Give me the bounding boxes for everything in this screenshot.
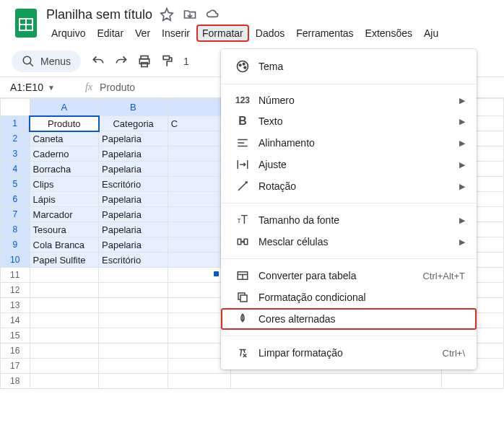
dd-label: Mesclar células (258, 236, 459, 248)
cell-B9[interactable]: Papelaria (99, 237, 168, 253)
cell-A7[interactable]: Marcador (30, 207, 98, 222)
redo-icon[interactable] (111, 51, 131, 71)
star-icon[interactable] (158, 6, 175, 23)
row-head[interactable]: 16 (1, 343, 30, 359)
row-head[interactable]: 3 (1, 146, 30, 162)
cell-B4[interactable]: Papelaria (99, 162, 168, 177)
dd-converter-tabela[interactable]: Converter para tabela Ctrl+Alt+T (221, 265, 477, 286)
dd-formatacao-condicional[interactable]: Formatação condicional (221, 286, 477, 308)
cell-B7[interactable]: Papelaria (99, 207, 168, 222)
print-icon[interactable] (134, 51, 155, 71)
menu-dados[interactable]: Dados (251, 25, 290, 42)
dd-ajuste[interactable]: Ajuste ▶ (221, 154, 477, 175)
menu-inserir[interactable]: Inserir (157, 25, 195, 42)
row-head[interactable]: 9 (1, 237, 30, 253)
svg-point-4 (23, 56, 31, 64)
menu-ajuda[interactable]: Aju (419, 25, 443, 42)
zoom-level[interactable]: 1 (181, 51, 192, 71)
menu-editar[interactable]: Editar (92, 25, 129, 42)
sheets-logo[interactable] (12, 9, 40, 38)
paint-format-icon[interactable] (157, 51, 178, 71)
menu-ferramentas[interactable]: Ferramentas (291, 25, 358, 42)
chevron-right-icon: ▶ (459, 237, 465, 247)
dd-tema[interactable]: Tema (221, 55, 477, 78)
row-head[interactable]: 13 (1, 298, 30, 313)
menu-bar: Arquivo Editar Ver Inserir Formatar Dado… (46, 25, 492, 42)
cell-A6[interactable]: Lápis (30, 192, 98, 207)
menu-arquivo[interactable]: Arquivo (46, 25, 90, 42)
cell-A5[interactable]: Clips (30, 177, 98, 192)
svg-rect-19 (238, 239, 241, 245)
number-icon: 123 (233, 95, 253, 105)
move-folder-icon[interactable] (181, 6, 199, 23)
row-head[interactable]: 4 (1, 162, 30, 177)
cell-B5[interactable]: Escritório (99, 177, 168, 192)
dd-cores-alternadas[interactable]: Cores alternadas (221, 308, 477, 330)
dd-texto[interactable]: B Texto ▶ (221, 110, 477, 132)
dd-limpar-formatacao[interactable]: Limpar formatação Ctrl+\ (221, 342, 477, 364)
row-head[interactable]: 14 (1, 313, 30, 328)
col-head-A[interactable]: A (30, 99, 98, 116)
cell-A2[interactable]: Caneta (30, 131, 98, 146)
select-all-corner[interactable] (1, 99, 30, 116)
cell-B8[interactable]: Papelaria (99, 222, 168, 237)
chevron-right-icon: ▶ (459, 96, 465, 105)
svg-rect-20 (244, 239, 248, 245)
cell-A9[interactable]: Cola Branca (30, 237, 98, 253)
dd-rotacao[interactable]: Rotação ▶ (221, 175, 477, 197)
menu-formatar[interactable]: Formatar (196, 25, 249, 42)
dd-separator (221, 258, 477, 259)
selection-handle[interactable] (214, 271, 219, 276)
format-dropdown: Tema 123 Número ▶ B Texto ▶ Alinhamento … (221, 49, 477, 369)
row-head[interactable]: 15 (1, 328, 30, 343)
cell-A3[interactable]: Caderno (30, 146, 98, 162)
dd-label: Formatação condicional (258, 292, 465, 303)
row-head[interactable]: 18 (1, 374, 30, 389)
dd-separator (221, 84, 477, 84)
menu-ver[interactable]: Ver (130, 25, 155, 42)
cell-B10[interactable]: Escritório (99, 253, 168, 268)
row-head[interactable]: 2 (1, 131, 30, 146)
col-head-B[interactable]: B (99, 99, 168, 116)
dd-numero[interactable]: 123 Número ▶ (221, 90, 477, 110)
row-head[interactable]: 17 (1, 359, 30, 374)
clear-format-icon (233, 346, 253, 359)
dd-mesclar-celulas[interactable]: Mesclar células ▶ (221, 231, 477, 253)
menu-extensoes[interactable]: Extensões (360, 25, 417, 42)
font-size-icon: тT (233, 214, 253, 227)
cloud-status-icon[interactable] (204, 6, 222, 23)
dd-label: Cores alternadas (258, 313, 465, 325)
cell-B2[interactable]: Papelaria (99, 131, 168, 146)
row-head[interactable]: 1 (1, 116, 30, 131)
row-head[interactable]: 5 (1, 177, 30, 192)
cell-A4[interactable]: Borracha (30, 162, 98, 177)
dd-separator (221, 203, 477, 203)
cell-A8[interactable]: Tesoura (30, 222, 98, 237)
formula-bar[interactable]: Produto (100, 82, 135, 93)
document-title[interactable]: Planilha sem título (46, 7, 152, 22)
dd-tamanho-fonte[interactable]: тT Tamanho da fonte ▶ (221, 209, 477, 231)
bold-icon: B (233, 115, 253, 128)
dd-label: Rotação (258, 180, 459, 192)
row-head[interactable]: 12 (1, 283, 30, 298)
undo-icon[interactable] (88, 51, 108, 71)
row-head[interactable]: 7 (1, 207, 30, 222)
cell-A10[interactable]: Papel Sulfite (30, 253, 98, 268)
chevron-right-icon: ▶ (459, 182, 465, 191)
chevron-right-icon: ▶ (459, 139, 465, 148)
svg-rect-9 (163, 56, 169, 60)
name-box-value: A1:E10 (10, 82, 43, 93)
cell-B3[interactable]: Papelaria (99, 146, 168, 162)
cell-B6[interactable]: Papelaria (99, 192, 168, 207)
cell-B1[interactable]: Categoria (99, 116, 168, 131)
dd-alinhamento[interactable]: Alinhamento ▶ (221, 132, 477, 154)
dd-label: Número (258, 95, 459, 106)
cell-A1[interactable]: Produto (30, 116, 98, 131)
row-head[interactable]: 10 (1, 253, 30, 268)
row-head[interactable]: 8 (1, 222, 30, 237)
chevron-down-icon: ▼ (48, 84, 55, 92)
row-head[interactable]: 6 (1, 192, 30, 207)
row-head[interactable]: 11 (1, 268, 30, 283)
search-menus-button[interactable]: Menus (12, 51, 81, 72)
name-box[interactable]: A1:E10 ▼ (6, 80, 78, 95)
